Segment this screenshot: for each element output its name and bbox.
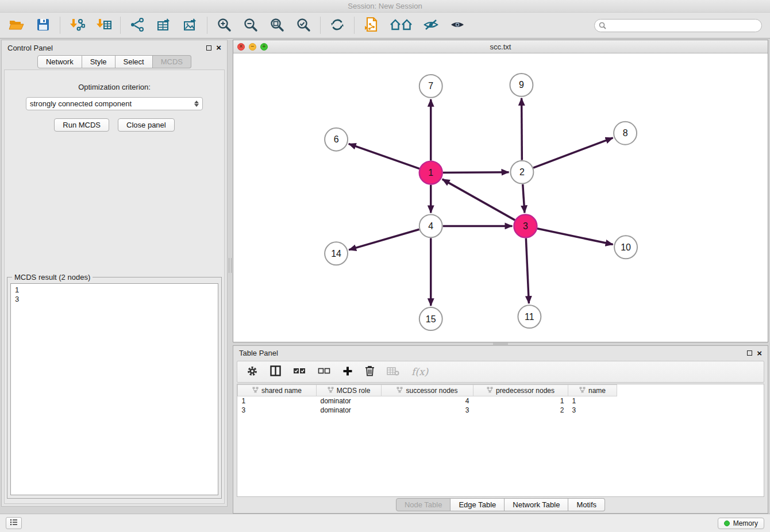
gear-icon <box>247 365 258 379</box>
graph-node-10[interactable]: 10 <box>614 236 637 259</box>
table-cell[interactable]: dominator <box>317 406 382 415</box>
graph-edge-1-2[interactable] <box>443 172 509 173</box>
network-view-window: scc.txt × − + 1234678910111415 <box>233 40 768 342</box>
network-canvas[interactable]: 1234678910111415 <box>233 53 768 342</box>
tab-network-table[interactable]: Network Table <box>505 498 568 511</box>
table-cell[interactable]: 3 <box>568 406 617 415</box>
run-mcds-button[interactable]: Run MCDS <box>54 118 109 132</box>
deselect-all-icon <box>318 367 330 377</box>
vertical-splitter[interactable] <box>228 40 233 514</box>
show-column-button[interactable] <box>270 365 281 378</box>
minimize-window-icon[interactable]: − <box>249 43 256 51</box>
tab-motifs[interactable]: Motifs <box>568 498 605 511</box>
graph-node-1[interactable]: 1 <box>419 161 442 184</box>
tab-select[interactable]: Select <box>116 55 153 68</box>
horizontal-splitter[interactable] <box>233 342 768 345</box>
graph-node-3[interactable]: 3 <box>514 214 537 237</box>
select-all-button[interactable] <box>293 367 306 377</box>
network-home-button[interactable] <box>389 17 413 34</box>
table-cell[interactable]: 2 <box>473 406 568 415</box>
table-cell[interactable]: 4 <box>382 396 473 406</box>
column-header-shared-name[interactable]: shared name <box>238 385 317 396</box>
close-panel-icon[interactable]: × <box>757 350 762 356</box>
open-session-button[interactable] <box>8 17 25 34</box>
columns-icon <box>270 365 281 378</box>
table-settings-button[interactable] <box>247 365 258 379</box>
graph-node-8[interactable]: 8 <box>614 122 637 145</box>
graph-node-9[interactable]: 9 <box>510 74 533 97</box>
zoom-fit-button[interactable] <box>268 17 286 34</box>
graph-edge-4-14[interactable] <box>349 229 419 250</box>
criterion-select[interactable]: strongly connected component <box>26 97 203 110</box>
table-cell[interactable]: 3 <box>238 406 317 415</box>
zoom-in-button[interactable] <box>215 17 233 34</box>
mcds-result-title: MCDS result (2 nodes) <box>12 273 93 282</box>
graph-edge-3-10[interactable] <box>537 229 613 245</box>
memory-button[interactable]: Memory <box>718 518 764 529</box>
import-network-button[interactable] <box>68 17 86 34</box>
table-row[interactable]: 3dominator323 <box>238 406 617 415</box>
clipboard-network-button[interactable] <box>363 17 380 34</box>
tab-network[interactable]: Network <box>37 55 82 68</box>
deselect-all-button[interactable] <box>318 367 330 377</box>
splitter-grip-icon <box>229 258 232 273</box>
graph-node-label: 6 <box>334 134 339 144</box>
graph-edge-1-6[interactable] <box>349 144 419 168</box>
graph-edge-3-11[interactable] <box>526 238 529 303</box>
mcds-result-list[interactable]: 13 <box>10 283 218 495</box>
graph-edge-2-9[interactable] <box>522 98 522 160</box>
zoom-selected-button[interactable] <box>295 17 312 34</box>
graph-node-4[interactable]: 4 <box>419 214 442 237</box>
delete-column-button[interactable] <box>365 365 375 378</box>
select-all-icon <box>293 367 306 377</box>
close-window-icon[interactable]: × <box>237 43 245 51</box>
tab-edge-table[interactable]: Edge Table <box>451 498 505 511</box>
tab-node-table[interactable]: Node Table <box>396 498 451 511</box>
node-table-body: 1dominator4113dominator323 <box>238 396 617 415</box>
save-session-button[interactable] <box>34 17 52 34</box>
graph-node-7[interactable]: 7 <box>419 75 442 98</box>
search-input[interactable] <box>594 19 762 32</box>
control-panel: Control Panel × Network Style Select MCD… <box>1 40 228 507</box>
table-row[interactable]: 1dominator411 <box>238 396 617 406</box>
close-panel-icon[interactable]: × <box>216 45 221 51</box>
graph-node-2[interactable]: 2 <box>510 161 533 184</box>
create-column-button[interactable] <box>342 366 353 378</box>
graph-node-label: 9 <box>519 80 524 90</box>
zoom-out-button[interactable] <box>242 17 259 34</box>
tab-mcds[interactable]: MCDS <box>153 55 191 68</box>
network-window-title: scc.txt <box>233 43 768 51</box>
export-network-button[interactable] <box>129 17 146 34</box>
graph-edge-2-8[interactable] <box>533 138 613 168</box>
column-label: name <box>588 387 606 395</box>
table-cell[interactable]: dominator <box>317 396 382 406</box>
hide-details-button[interactable] <box>422 17 440 34</box>
graph-node-15[interactable]: 15 <box>419 307 442 330</box>
graph-edge-2-3[interactable] <box>523 184 525 213</box>
column-header-mcds-role[interactable]: MCDS role <box>317 385 382 396</box>
float-panel-icon[interactable] <box>747 350 752 356</box>
refresh-layout-button[interactable] <box>329 17 346 34</box>
table-cell[interactable]: 1 <box>238 396 317 406</box>
table-panel-header: Table Panel × <box>233 346 768 360</box>
column-header-predecessor-nodes[interactable]: predecessor nodes <box>473 385 568 396</box>
memory-label: Memory <box>733 519 758 527</box>
tab-style[interactable]: Style <box>82 55 116 68</box>
column-header-successor-nodes[interactable]: successor nodes <box>382 385 473 396</box>
import-table-button[interactable] <box>95 17 112 34</box>
float-panel-icon[interactable] <box>206 45 211 51</box>
table-cell[interactable]: 3 <box>382 406 473 415</box>
task-history-button[interactable] <box>6 517 22 529</box>
table-cell[interactable]: 1 <box>568 396 617 406</box>
graph-node-14[interactable]: 14 <box>325 242 348 265</box>
show-details-button[interactable] <box>449 17 466 34</box>
column-header-name[interactable]: name <box>568 385 617 396</box>
graph-node-6[interactable]: 6 <box>325 128 348 151</box>
maximize-window-icon[interactable]: + <box>260 43 268 51</box>
table-cell[interactable]: 1 <box>473 396 568 406</box>
graph-node-11[interactable]: 11 <box>518 305 541 328</box>
export-table-button[interactable] <box>155 17 172 34</box>
graph-edge-3-1[interactable] <box>442 179 515 220</box>
close-panel-button[interactable]: Close panel <box>118 118 175 132</box>
export-image-button[interactable] <box>182 17 199 34</box>
